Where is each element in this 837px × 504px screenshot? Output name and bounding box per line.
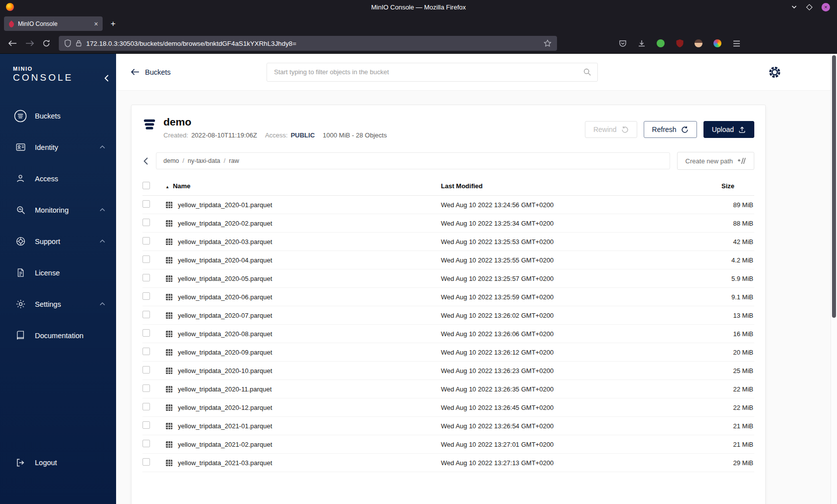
sidebar-item-settings[interactable]: Settings bbox=[0, 288, 116, 320]
logout-icon bbox=[13, 458, 28, 468]
tab-minio-console[interactable]: MinIO Console × bbox=[4, 16, 103, 31]
sidebar-item-logout[interactable]: Logout bbox=[0, 447, 116, 478]
table-row[interactable]: yellow_tripdata_2020-03.parquet Wed Aug … bbox=[142, 233, 754, 251]
breadcrumb-segment[interactable]: raw bbox=[229, 157, 239, 164]
object-name[interactable]: yellow_tripdata_2020-06.parquet bbox=[178, 293, 272, 301]
row-checkbox[interactable] bbox=[142, 348, 150, 355]
scrollbar-track[interactable] bbox=[831, 54, 837, 504]
object-name[interactable]: yellow_tripdata_2020-03.parquet bbox=[178, 238, 272, 246]
object-name[interactable]: yellow_tripdata_2020-07.parquet bbox=[178, 312, 272, 319]
select-all-checkbox[interactable] bbox=[142, 182, 150, 189]
row-checkbox[interactable] bbox=[142, 329, 150, 337]
sidebar-collapse-button[interactable] bbox=[104, 75, 109, 84]
row-checkbox[interactable] bbox=[142, 440, 150, 447]
sort-asc-icon[interactable]: ▲ bbox=[165, 185, 169, 189]
table-row[interactable]: yellow_tripdata_2020-04.parquet Wed Aug … bbox=[142, 251, 754, 269]
sidebar-item-monitoring[interactable]: Monitoring bbox=[0, 194, 116, 226]
object-name[interactable]: yellow_tripdata_2020-02.parquet bbox=[178, 220, 272, 227]
row-checkbox[interactable] bbox=[142, 403, 150, 410]
row-checkbox[interactable] bbox=[142, 311, 150, 318]
bookmark-star-icon[interactable] bbox=[544, 39, 552, 47]
table-row[interactable]: yellow_tripdata_2020-02.parquet Wed Aug … bbox=[142, 214, 754, 233]
extension-star-icon[interactable] bbox=[710, 36, 724, 50]
object-name[interactable]: yellow_tripdata_2020-11.parquet bbox=[178, 385, 272, 393]
table-row[interactable]: yellow_tripdata_2020-10.parquet Wed Aug … bbox=[142, 362, 754, 380]
column-name[interactable]: Name bbox=[173, 182, 190, 190]
refresh-button[interactable]: Refresh bbox=[644, 121, 697, 138]
shield-icon[interactable] bbox=[64, 39, 71, 47]
table-row[interactable]: yellow_tripdata_2021-02.parquet Wed Aug … bbox=[142, 435, 754, 454]
row-checkbox[interactable] bbox=[142, 292, 150, 300]
url-input[interactable] bbox=[86, 40, 539, 47]
table-row[interactable]: yellow_tripdata_2021-03.parquet Wed Aug … bbox=[142, 454, 754, 472]
pocket-icon[interactable] bbox=[616, 36, 630, 50]
access-icon bbox=[13, 173, 28, 184]
object-name[interactable]: yellow_tripdata_2021-03.parquet bbox=[178, 459, 272, 467]
account-icon[interactable] bbox=[692, 36, 705, 50]
sidebar-item-license[interactable]: License bbox=[0, 257, 116, 288]
row-checkbox[interactable] bbox=[142, 219, 150, 226]
menu-icon[interactable] bbox=[729, 36, 743, 50]
object-name[interactable]: yellow_tripdata_2021-01.parquet bbox=[178, 422, 272, 430]
row-checkbox[interactable] bbox=[142, 366, 150, 374]
forward-button[interactable] bbox=[22, 36, 37, 50]
search-input[interactable] bbox=[267, 63, 598, 82]
sidebar-item-documentation[interactable]: Documentation bbox=[0, 320, 116, 351]
downloads-icon[interactable] bbox=[635, 36, 649, 50]
breadcrumb-segment[interactable]: ny-taxi-data bbox=[188, 157, 220, 164]
maximize-button[interactable] bbox=[807, 5, 812, 9]
row-checkbox[interactable] bbox=[142, 274, 150, 281]
table-row[interactable]: yellow_tripdata_2020-08.parquet Wed Aug … bbox=[142, 325, 754, 343]
table-row[interactable]: yellow_tripdata_2020-11.parquet Wed Aug … bbox=[142, 380, 754, 398]
row-checkbox[interactable] bbox=[142, 384, 150, 392]
close-button[interactable]: × bbox=[822, 3, 830, 11]
row-checkbox[interactable] bbox=[142, 200, 150, 208]
back-to-buckets-link[interactable]: Buckets bbox=[131, 68, 267, 76]
tab-close-icon[interactable]: × bbox=[94, 20, 98, 28]
url-bar[interactable] bbox=[59, 36, 557, 51]
row-checkbox[interactable] bbox=[142, 421, 150, 429]
table-row[interactable]: yellow_tripdata_2020-07.parquet Wed Aug … bbox=[142, 306, 754, 325]
table-row[interactable]: yellow_tripdata_2020-01.parquet Wed Aug … bbox=[142, 196, 754, 214]
extension-green-icon[interactable] bbox=[654, 36, 668, 50]
object-name[interactable]: yellow_tripdata_2020-12.parquet bbox=[178, 404, 272, 411]
upload-button[interactable]: Upload bbox=[703, 121, 754, 138]
minimize-button[interactable] bbox=[791, 5, 797, 9]
table-row[interactable]: yellow_tripdata_2020-06.parquet Wed Aug … bbox=[142, 288, 754, 306]
table-row[interactable]: yellow_tripdata_2020-09.parquet Wed Aug … bbox=[142, 343, 754, 362]
bucket-meta: Created: 2022-08-10T11:19:06Z Access: PU… bbox=[163, 131, 387, 139]
breadcrumb-segment[interactable]: demo bbox=[163, 157, 179, 164]
object-name[interactable]: yellow_tripdata_2020-05.parquet bbox=[178, 275, 272, 282]
back-button[interactable] bbox=[5, 36, 20, 50]
row-checkbox[interactable] bbox=[142, 237, 150, 245]
navigation-toolbar bbox=[0, 33, 837, 54]
table-row[interactable]: yellow_tripdata_2020-12.parquet Wed Aug … bbox=[142, 398, 754, 417]
table-row[interactable]: yellow_tripdata_2020-05.parquet Wed Aug … bbox=[142, 269, 754, 288]
sidebar-item-support[interactable]: Support bbox=[0, 226, 116, 257]
reload-button[interactable] bbox=[39, 36, 54, 50]
column-size[interactable]: Size bbox=[699, 182, 754, 190]
ublock-icon[interactable] bbox=[673, 36, 687, 50]
lock-icon[interactable] bbox=[76, 40, 82, 47]
object-name[interactable]: yellow_tripdata_2020-04.parquet bbox=[178, 256, 272, 264]
new-tab-button[interactable]: + bbox=[107, 17, 120, 30]
object-name[interactable]: yellow_tripdata_2020-09.parquet bbox=[178, 349, 272, 356]
object-name[interactable]: yellow_tripdata_2020-10.parquet bbox=[178, 367, 272, 375]
object-name[interactable]: yellow_tripdata_2020-01.parquet bbox=[178, 201, 272, 209]
create-new-path-button[interactable]: Create new path bbox=[677, 152, 754, 170]
column-last-modified[interactable]: Last Modified bbox=[441, 182, 699, 190]
object-name[interactable]: yellow_tripdata_2021-02.parquet bbox=[178, 441, 272, 448]
sidebar-item-identity[interactable]: Identity bbox=[0, 131, 116, 163]
sidebar-item-access[interactable]: Access bbox=[0, 163, 116, 194]
sidebar-item-buckets[interactable]: Buckets bbox=[0, 100, 116, 131]
row-checkbox[interactable] bbox=[142, 255, 150, 263]
parquet-file-icon bbox=[165, 404, 173, 411]
settings-gear-icon[interactable] bbox=[768, 66, 781, 79]
table-row[interactable]: yellow_tripdata_2021-01.parquet Wed Aug … bbox=[142, 417, 754, 435]
scrollbar-thumb[interactable] bbox=[832, 55, 836, 318]
support-icon bbox=[13, 236, 28, 247]
object-name[interactable]: yellow_tripdata_2020-08.parquet bbox=[178, 330, 272, 338]
row-checkbox[interactable] bbox=[142, 458, 150, 466]
path-back-button[interactable] bbox=[142, 155, 149, 167]
object-size: 25 MiB bbox=[699, 367, 754, 375]
